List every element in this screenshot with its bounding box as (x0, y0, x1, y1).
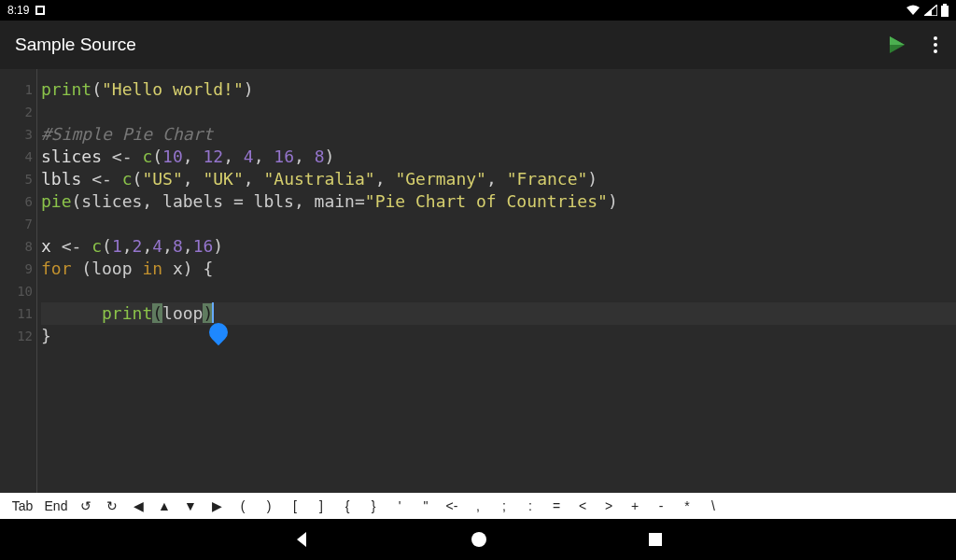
code-line[interactable]: print("Hello world!") (41, 78, 956, 101)
wifi-icon (906, 5, 921, 16)
line-number: 8 (0, 235, 35, 258)
svg-rect-1 (37, 7, 43, 13)
signal-icon (924, 5, 937, 16)
sym-key[interactable]: - (648, 498, 674, 513)
sym-key[interactable]: : (517, 498, 543, 513)
sym-key[interactable]: > (596, 498, 622, 513)
code-line[interactable]: #Simple Pie Chart (41, 123, 956, 146)
svg-point-4 (471, 532, 486, 547)
line-number: 11 (0, 302, 35, 325)
android-nav-bar (0, 519, 956, 560)
android-status-bar: 8:19 (0, 0, 956, 21)
line-number: 7 (0, 213, 35, 235)
app-title: Sample Source (15, 35, 136, 55)
code-editor[interactable]: 123456789101112 print("Hello world!")#Si… (0, 69, 956, 493)
line-number: 2 (0, 101, 35, 123)
code-area[interactable]: print("Hello world!")#Simple Pie Chartsl… (37, 69, 956, 493)
code-line[interactable]: for (loop in x) { (41, 258, 956, 280)
line-number-gutter: 123456789101112 (0, 69, 37, 493)
line-number: 6 (0, 190, 35, 213)
code-line[interactable]: print(loop) (41, 302, 956, 325)
sym-key[interactable]: * (674, 498, 700, 513)
sym-key[interactable]: ▲ (151, 498, 177, 513)
sym-key[interactable]: ( (230, 498, 256, 513)
sym-key[interactable]: ) (256, 498, 282, 513)
line-number: 4 (0, 146, 35, 168)
status-time: 8:19 (7, 4, 29, 17)
sym-key[interactable]: + (622, 498, 648, 513)
sym-key[interactable]: Tab (6, 498, 39, 513)
line-number: 10 (0, 280, 35, 302)
sym-key[interactable]: \ (700, 498, 726, 513)
sym-key[interactable]: < (569, 498, 596, 513)
overflow-menu-button[interactable] (930, 33, 941, 57)
sym-key[interactable]: End (39, 498, 73, 513)
sym-key[interactable]: ; (491, 498, 517, 513)
text-caret (212, 302, 214, 323)
code-line[interactable]: lbls <- c("US", "UK", "Australia", "Germ… (41, 168, 956, 190)
sym-key[interactable]: { (334, 498, 360, 513)
sym-key[interactable]: ' (387, 498, 413, 513)
code-line[interactable]: slices <- c(10, 12, 4, 16, 8) (41, 146, 956, 168)
line-number: 9 (0, 258, 35, 280)
app-bar: Sample Source (0, 21, 956, 69)
nav-back-button[interactable] (292, 530, 311, 549)
line-number: 3 (0, 123, 35, 146)
sym-key[interactable]: = (543, 498, 569, 513)
line-number: 5 (0, 168, 35, 190)
nav-home-button[interactable] (470, 530, 488, 549)
sym-key[interactable]: } (360, 498, 387, 513)
code-line[interactable]: } (41, 325, 956, 347)
sym-key[interactable]: ▼ (177, 498, 204, 513)
sym-key[interactable]: ◀ (125, 498, 151, 513)
code-line[interactable] (41, 101, 956, 123)
svg-rect-2 (943, 4, 947, 6)
sym-key[interactable]: ▶ (204, 498, 230, 513)
sym-key[interactable]: ] (308, 498, 334, 513)
code-line[interactable]: x <- c(1,2,4,8,16) (41, 235, 956, 258)
code-line[interactable] (41, 280, 956, 302)
nav-recents-button[interactable] (647, 531, 664, 548)
symbol-keyboard-strip: TabEnd↺↻◀▲▼▶()[]{}'"<-,;:=<>+-*\ (0, 493, 956, 519)
sym-key[interactable]: <- (439, 498, 465, 513)
sym-key[interactable]: ↻ (99, 498, 125, 513)
line-number: 1 (0, 78, 35, 101)
battery-icon (941, 4, 949, 17)
code-line[interactable]: pie(slices, labels = lbls, main="Pie Cha… (41, 190, 956, 213)
svg-rect-5 (649, 533, 662, 546)
sym-key[interactable]: , (465, 498, 491, 513)
sym-key[interactable]: ↺ (73, 498, 99, 513)
sym-key[interactable]: " (413, 498, 439, 513)
sym-key[interactable]: [ (282, 498, 308, 513)
status-app-icon (35, 5, 46, 16)
run-button[interactable] (887, 35, 907, 55)
line-number: 12 (0, 325, 35, 347)
svg-rect-3 (941, 6, 949, 17)
code-line[interactable] (41, 213, 956, 235)
